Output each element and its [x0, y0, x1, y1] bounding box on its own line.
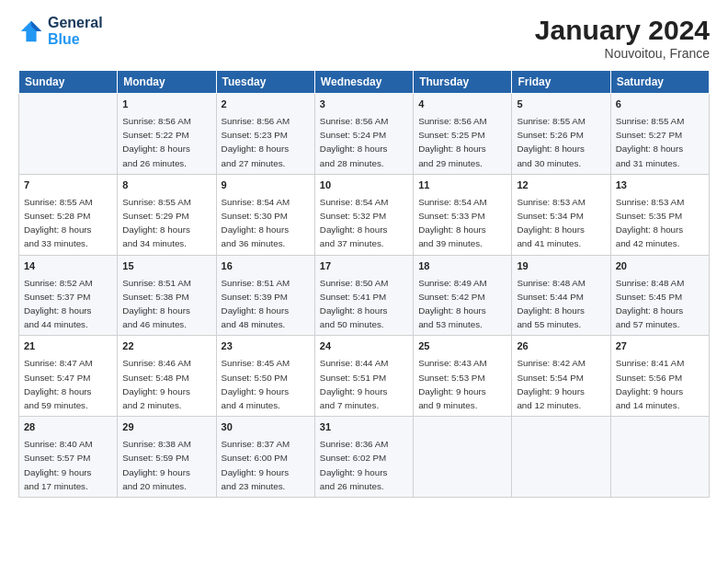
day-cell: 20Sunrise: 8:48 AM Sunset: 5:45 PM Dayli…: [610, 255, 709, 336]
day-info: Sunrise: 8:55 AM Sunset: 5:27 PM Dayligh…: [616, 116, 685, 168]
day-number: 2: [222, 98, 310, 112]
day-info: Sunrise: 8:53 AM Sunset: 5:35 PM Dayligh…: [616, 197, 685, 249]
day-info: Sunrise: 8:44 AM Sunset: 5:51 PM Dayligh…: [320, 358, 389, 410]
week-row-1: 1Sunrise: 8:56 AM Sunset: 5:22 PM Daylig…: [19, 94, 710, 175]
day-info: Sunrise: 8:42 AM Sunset: 5:54 PM Dayligh…: [517, 358, 586, 410]
day-info: Sunrise: 8:51 AM Sunset: 5:39 PM Dayligh…: [222, 278, 290, 330]
day-number: 22: [122, 339, 210, 354]
day-cell: 14Sunrise: 8:52 AM Sunset: 5:37 PM Dayli…: [19, 255, 118, 336]
col-header-friday: Friday: [512, 71, 610, 94]
day-cell: 24Sunrise: 8:44 AM Sunset: 5:51 PM Dayli…: [314, 336, 413, 417]
day-number: 24: [320, 339, 408, 354]
day-number: 7: [24, 178, 112, 193]
week-row-2: 7Sunrise: 8:55 AM Sunset: 5:28 PM Daylig…: [19, 174, 710, 255]
day-cell: 31Sunrise: 8:36 AM Sunset: 6:02 PM Dayli…: [314, 417, 413, 498]
day-number: 26: [517, 339, 605, 354]
week-row-4: 21Sunrise: 8:47 AM Sunset: 5:47 PM Dayli…: [19, 336, 710, 417]
logo-text: General Blue: [48, 15, 103, 47]
day-cell: 10Sunrise: 8:54 AM Sunset: 5:32 PM Dayli…: [314, 174, 413, 255]
day-number: 28: [24, 420, 112, 435]
day-cell: [19, 94, 118, 175]
day-cell: 19Sunrise: 8:48 AM Sunset: 5:44 PM Dayli…: [512, 255, 610, 336]
day-info: Sunrise: 8:40 AM Sunset: 5:57 PM Dayligh…: [24, 439, 93, 491]
logo-icon: [18, 18, 44, 44]
day-cell: [414, 417, 512, 498]
day-number: 9: [222, 178, 310, 193]
day-cell: 2Sunrise: 8:56 AM Sunset: 5:23 PM Daylig…: [216, 94, 314, 175]
day-number: 29: [122, 420, 210, 435]
calendar-table: SundayMondayTuesdayWednesdayThursdayFrid…: [18, 70, 710, 498]
day-cell: 23Sunrise: 8:45 AM Sunset: 5:50 PM Dayli…: [216, 336, 314, 417]
day-number: 3: [320, 98, 408, 112]
day-cell: 13Sunrise: 8:53 AM Sunset: 5:35 PM Dayli…: [610, 174, 709, 255]
day-cell: 1Sunrise: 8:56 AM Sunset: 5:22 PM Daylig…: [118, 94, 216, 175]
main-title: January 2024: [535, 15, 710, 46]
day-cell: 7Sunrise: 8:55 AM Sunset: 5:28 PM Daylig…: [19, 174, 118, 255]
day-cell: 29Sunrise: 8:38 AM Sunset: 5:59 PM Dayli…: [118, 417, 216, 498]
page: General Blue January 2024 Nouvoitou, Fra…: [0, 0, 728, 563]
day-info: Sunrise: 8:48 AM Sunset: 5:44 PM Dayligh…: [517, 278, 586, 330]
day-info: Sunrise: 8:56 AM Sunset: 5:23 PM Dayligh…: [222, 116, 290, 168]
day-info: Sunrise: 8:55 AM Sunset: 5:29 PM Dayligh…: [122, 197, 191, 249]
day-number: 21: [24, 339, 112, 354]
day-number: 13: [616, 178, 704, 193]
header-row: SundayMondayTuesdayWednesdayThursdayFrid…: [19, 71, 710, 94]
day-info: Sunrise: 8:38 AM Sunset: 5:59 PM Dayligh…: [122, 439, 191, 491]
day-info: Sunrise: 8:56 AM Sunset: 5:25 PM Dayligh…: [418, 116, 487, 168]
day-number: 27: [616, 339, 704, 354]
day-number: 11: [418, 178, 506, 193]
day-cell: [610, 417, 709, 498]
day-info: Sunrise: 8:53 AM Sunset: 5:34 PM Dayligh…: [517, 197, 586, 249]
day-cell: 4Sunrise: 8:56 AM Sunset: 5:25 PM Daylig…: [414, 94, 512, 175]
day-info: Sunrise: 8:46 AM Sunset: 5:48 PM Dayligh…: [122, 358, 191, 410]
day-info: Sunrise: 8:49 AM Sunset: 5:42 PM Dayligh…: [418, 278, 487, 330]
day-number: 14: [24, 259, 112, 274]
col-header-tuesday: Tuesday: [216, 71, 314, 94]
day-number: 5: [517, 98, 605, 112]
col-header-saturday: Saturday: [610, 71, 709, 94]
day-info: Sunrise: 8:54 AM Sunset: 5:32 PM Dayligh…: [320, 197, 389, 249]
header: General Blue January 2024 Nouvoitou, Fra…: [18, 15, 710, 61]
subtitle: Nouvoitou, France: [535, 46, 710, 61]
day-cell: 9Sunrise: 8:54 AM Sunset: 5:30 PM Daylig…: [216, 174, 314, 255]
day-info: Sunrise: 8:48 AM Sunset: 5:45 PM Dayligh…: [616, 278, 685, 330]
day-cell: 15Sunrise: 8:51 AM Sunset: 5:38 PM Dayli…: [118, 255, 216, 336]
day-number: 17: [320, 259, 408, 274]
day-info: Sunrise: 8:54 AM Sunset: 5:33 PM Dayligh…: [418, 197, 487, 249]
day-cell: 5Sunrise: 8:55 AM Sunset: 5:26 PM Daylig…: [512, 94, 610, 175]
col-header-wednesday: Wednesday: [314, 71, 413, 94]
day-info: Sunrise: 8:54 AM Sunset: 5:30 PM Dayligh…: [222, 197, 290, 249]
day-number: 6: [616, 98, 704, 112]
day-number: 16: [222, 259, 310, 274]
col-header-monday: Monday: [118, 71, 216, 94]
col-header-sunday: Sunday: [19, 71, 118, 94]
day-number: 20: [616, 259, 704, 274]
title-block: January 2024 Nouvoitou, France: [535, 15, 710, 61]
day-cell: 3Sunrise: 8:56 AM Sunset: 5:24 PM Daylig…: [314, 94, 413, 175]
week-row-5: 28Sunrise: 8:40 AM Sunset: 5:57 PM Dayli…: [19, 417, 710, 498]
day-info: Sunrise: 8:55 AM Sunset: 5:28 PM Dayligh…: [24, 197, 93, 249]
day-info: Sunrise: 8:41 AM Sunset: 5:56 PM Dayligh…: [616, 358, 685, 410]
day-cell: 25Sunrise: 8:43 AM Sunset: 5:53 PM Dayli…: [414, 336, 512, 417]
day-cell: [512, 417, 610, 498]
day-cell: 18Sunrise: 8:49 AM Sunset: 5:42 PM Dayli…: [414, 255, 512, 336]
day-number: 31: [320, 420, 408, 435]
day-info: Sunrise: 8:43 AM Sunset: 5:53 PM Dayligh…: [418, 358, 487, 410]
day-cell: 8Sunrise: 8:55 AM Sunset: 5:29 PM Daylig…: [118, 174, 216, 255]
logo: General Blue: [18, 15, 103, 47]
day-number: 18: [418, 259, 506, 274]
day-number: 12: [517, 178, 605, 193]
day-info: Sunrise: 8:36 AM Sunset: 6:02 PM Dayligh…: [320, 439, 389, 491]
day-number: 19: [517, 259, 605, 274]
day-info: Sunrise: 8:37 AM Sunset: 6:00 PM Dayligh…: [222, 439, 290, 491]
week-row-3: 14Sunrise: 8:52 AM Sunset: 5:37 PM Dayli…: [19, 255, 710, 336]
day-number: 30: [222, 420, 310, 435]
day-info: Sunrise: 8:47 AM Sunset: 5:47 PM Dayligh…: [24, 358, 93, 410]
day-cell: 12Sunrise: 8:53 AM Sunset: 5:34 PM Dayli…: [512, 174, 610, 255]
day-number: 15: [122, 259, 210, 274]
day-info: Sunrise: 8:55 AM Sunset: 5:26 PM Dayligh…: [517, 116, 586, 168]
day-info: Sunrise: 8:56 AM Sunset: 5:22 PM Dayligh…: [122, 116, 191, 168]
day-cell: 21Sunrise: 8:47 AM Sunset: 5:47 PM Dayli…: [19, 336, 118, 417]
day-cell: 6Sunrise: 8:55 AM Sunset: 5:27 PM Daylig…: [610, 94, 709, 175]
day-info: Sunrise: 8:52 AM Sunset: 5:37 PM Dayligh…: [24, 278, 93, 330]
